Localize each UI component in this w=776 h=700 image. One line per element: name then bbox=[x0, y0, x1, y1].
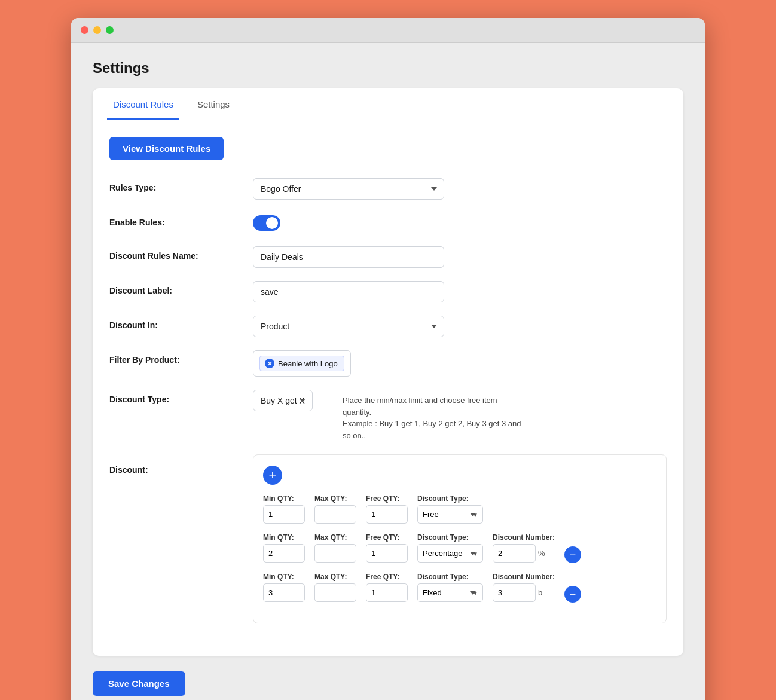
row3-discount-number-wrapper: b bbox=[493, 583, 555, 602]
discount-rules-name-control bbox=[253, 246, 444, 268]
save-changes-button[interactable]: Save Changes bbox=[93, 671, 185, 696]
row3-free-qty-input[interactable] bbox=[366, 583, 408, 602]
discount-type-row: Discount Type: Buy X get X Buy X get Y P… bbox=[109, 390, 667, 441]
row3-free-qty-label: Free QTY: bbox=[366, 573, 408, 581]
row3-discount-type-select-wrapper: Free Percentage Fixed ▼ bbox=[417, 583, 483, 602]
discount-field-row: Discount: + Min QTY: bbox=[109, 454, 667, 623]
row1-min-qty-label: Min QTY: bbox=[263, 494, 305, 503]
row2-max-qty-label: Max QTY: bbox=[314, 533, 356, 542]
row2-discount-type-select-wrapper: Free Percentage Fixed ▼ bbox=[417, 544, 483, 563]
row3-max-qty-group: Max QTY: bbox=[314, 573, 356, 602]
row3-discount-number-input[interactable] bbox=[493, 583, 536, 602]
row3-min-qty-input[interactable] bbox=[263, 583, 305, 602]
remove-product-tag-button[interactable]: ✕ bbox=[265, 359, 274, 368]
rules-type-row: Rules Type: Bogo Offer Percentage Fixed bbox=[109, 178, 667, 200]
maximize-dot bbox=[106, 26, 114, 34]
discount-rules-name-input[interactable] bbox=[253, 246, 444, 268]
row1-discount-type-select-wrapper: Free Percentage Fixed ▼ bbox=[417, 505, 483, 524]
enable-rules-row: Enable Rules: bbox=[109, 213, 667, 233]
product-tag-label: Beanie with Logo bbox=[278, 359, 338, 368]
row3-discount-number-label: Discount Number: bbox=[493, 573, 555, 581]
tab-settings[interactable]: Settings bbox=[191, 88, 236, 120]
card-body: View Discount Rules Rules Type: Bogo Off… bbox=[93, 120, 683, 656]
product-tag: ✕ Beanie with Logo bbox=[259, 356, 344, 371]
row2-discount-type-group: Discount Type: Free Percentage Fixed ▼ bbox=[417, 533, 483, 563]
enable-rules-toggle[interactable] bbox=[253, 215, 280, 231]
discount-label-input[interactable] bbox=[253, 281, 444, 302]
row2-discount-number-group: Discount Number: % bbox=[493, 533, 555, 563]
row1-discount-type-group: Discount Type: Free Percentage Fixed ▼ bbox=[417, 494, 483, 524]
discount-hint-line1: Place the min/max limit and choose free … bbox=[343, 396, 497, 417]
discount-type-select[interactable]: Buy X get X Buy X get Y Percentage Fixed bbox=[253, 390, 313, 411]
row3-discount-number-group: Discount Number: b bbox=[493, 573, 555, 602]
row2-discount-number-wrapper: % bbox=[493, 544, 555, 563]
rules-type-label: Rules Type: bbox=[109, 178, 253, 192]
filter-by-product-label: Filter By Product: bbox=[109, 350, 253, 365]
row1-min-qty-group: Min QTY: bbox=[263, 494, 305, 524]
discount-hint: Place the min/max limit and choose free … bbox=[343, 390, 522, 441]
discount-label-label: Discount Label: bbox=[109, 281, 253, 295]
discount-row-1: Min QTY: Max QTY: Free QTY: bbox=[263, 494, 656, 524]
row3-min-qty-label: Min QTY: bbox=[263, 573, 305, 581]
row3-suffix: b bbox=[538, 588, 542, 597]
filter-product-box[interactable]: ✕ Beanie with Logo bbox=[253, 350, 351, 377]
discount-table: + Min QTY: Max QTY: bbox=[253, 454, 667, 623]
discount-label-control bbox=[253, 281, 444, 302]
row3-min-qty-group: Min QTY: bbox=[263, 573, 305, 602]
discount-label-row: Discount Label: bbox=[109, 281, 667, 302]
row1-min-qty-input[interactable] bbox=[263, 505, 305, 524]
close-dot bbox=[81, 26, 88, 34]
discount-section: + Min QTY: Max QTY: bbox=[253, 454, 667, 623]
rules-type-select[interactable]: Bogo Offer Percentage Fixed bbox=[253, 178, 444, 200]
row2-max-qty-input[interactable] bbox=[314, 544, 356, 563]
remove-row-3-button[interactable]: − bbox=[564, 586, 581, 603]
discount-rules-name-label: Discount Rules Name: bbox=[109, 246, 253, 261]
row2-discount-number-input[interactable] bbox=[493, 544, 536, 563]
discount-type-label: Discount Type: bbox=[109, 390, 253, 404]
row2-max-qty-group: Max QTY: bbox=[314, 533, 356, 563]
tab-discount-rules[interactable]: Discount Rules bbox=[107, 88, 179, 120]
discount-in-label: Discount In: bbox=[109, 316, 253, 330]
rules-type-control: Bogo Offer Percentage Fixed bbox=[253, 178, 444, 200]
row2-free-qty-label: Free QTY: bbox=[366, 533, 408, 542]
row1-max-qty-group: Max QTY: bbox=[314, 494, 356, 524]
discount-hint-line2: Example : Buy 1 get 1, Buy 2 get 2, Buy … bbox=[343, 419, 521, 440]
remove-row-2-button[interactable]: − bbox=[564, 546, 581, 563]
discount-in-control: Product Cart Category bbox=[253, 316, 444, 337]
row1-free-qty-input[interactable] bbox=[366, 505, 408, 524]
minimize-dot bbox=[93, 26, 101, 34]
row2-discount-type-select[interactable]: Free Percentage Fixed bbox=[417, 544, 483, 563]
discount-type-control: Buy X get X Buy X get Y Percentage Fixed bbox=[253, 390, 313, 411]
add-row-button[interactable]: + bbox=[263, 466, 282, 485]
main-card: Discount Rules Settings View Discount Ru… bbox=[93, 88, 683, 656]
filter-by-product-row: Filter By Product: ✕ Beanie with Logo bbox=[109, 350, 667, 377]
toggle-wrapper bbox=[253, 213, 280, 233]
row3-discount-type-group: Discount Type: Free Percentage Fixed ▼ bbox=[417, 573, 483, 602]
discount-row-3: Min QTY: Max QTY: Free QTY: bbox=[263, 573, 656, 603]
row2-min-qty-group: Min QTY: bbox=[263, 533, 305, 563]
row3-discount-type-select[interactable]: Free Percentage Fixed bbox=[417, 583, 483, 602]
row1-max-qty-label: Max QTY: bbox=[314, 494, 356, 503]
row3-free-qty-group: Free QTY: bbox=[366, 573, 408, 602]
row1-discount-type-label: Discount Type: bbox=[417, 494, 483, 503]
row2-percent-suffix: % bbox=[538, 549, 545, 558]
view-discount-rules-button[interactable]: View Discount Rules bbox=[109, 137, 224, 160]
enable-rules-label: Enable Rules: bbox=[109, 213, 253, 227]
row3-discount-type-label: Discount Type: bbox=[417, 573, 483, 581]
toggle-slider bbox=[253, 215, 280, 231]
row2-min-qty-input[interactable] bbox=[263, 544, 305, 563]
discount-in-select-wrapper: Product Cart Category bbox=[253, 316, 444, 337]
discount-in-select[interactable]: Product Cart Category bbox=[253, 316, 444, 337]
row2-free-qty-input[interactable] bbox=[366, 544, 408, 563]
window-content: Settings Discount Rules Settings View Di… bbox=[71, 43, 705, 700]
row1-discount-type-select[interactable]: Free Percentage Fixed bbox=[417, 505, 483, 524]
tab-bar: Discount Rules Settings bbox=[93, 88, 683, 120]
row3-max-qty-label: Max QTY: bbox=[314, 573, 356, 581]
row3-max-qty-input[interactable] bbox=[314, 583, 356, 602]
row1-free-qty-group: Free QTY: bbox=[366, 494, 408, 524]
discount-type-select-wrapper: Buy X get X Buy X get Y Percentage Fixed bbox=[253, 390, 313, 411]
row2-min-qty-label: Min QTY: bbox=[263, 533, 305, 542]
discount-rules-name-row: Discount Rules Name: bbox=[109, 246, 667, 268]
row1-free-qty-label: Free QTY: bbox=[366, 494, 408, 503]
row1-max-qty-input[interactable] bbox=[314, 505, 356, 524]
